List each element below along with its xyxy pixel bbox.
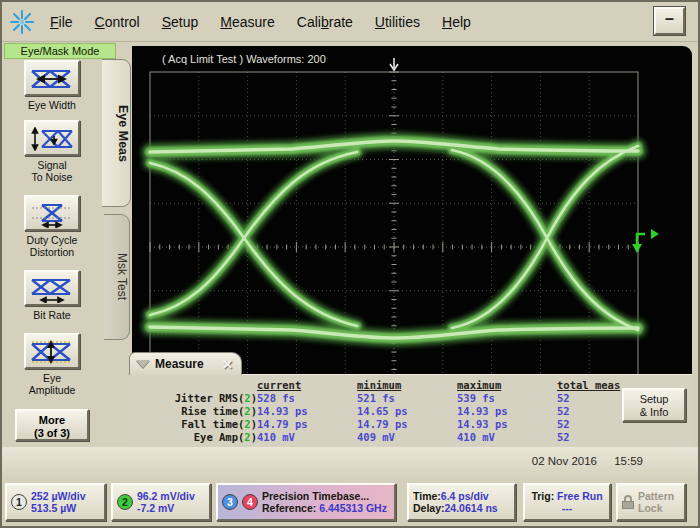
- pattern-lock-label-2: Lock: [638, 502, 663, 514]
- channel-2-button[interactable]: 2 96.2 mV/div -7.2 mV: [111, 483, 211, 521]
- row-label-rise-time: Rise time(2): [145, 405, 257, 418]
- trig-line2: ---: [562, 502, 573, 514]
- bit-rate-button[interactable]: [24, 270, 80, 306]
- delay-value: 24.0614 ns: [445, 502, 498, 514]
- trigger-level-marker-icon[interactable]: [632, 229, 659, 253]
- eyeamp-current: 410 mV: [257, 431, 357, 444]
- menu-utilities[interactable]: Utilities: [364, 14, 431, 30]
- timebase-ref-value: 6.445313 GHz: [319, 502, 387, 514]
- channel-3-badge: 3: [222, 494, 238, 510]
- tab-msk-test[interactable]: Msk Test: [104, 214, 130, 340]
- channel-2-badge: 2: [117, 494, 133, 510]
- channel-1-button[interactable]: 1 252 µW/div 513.5 µW: [5, 483, 106, 521]
- row-label-fall-time: Fall time(2): [145, 418, 257, 431]
- signal-to-noise-label-1: Signal: [2, 159, 102, 171]
- timebase-scale-button[interactable]: Time:6.4 ps/div Delay:24.0614 ns: [407, 483, 516, 521]
- lock-icon: [622, 495, 634, 509]
- trigger-position-marker: [390, 58, 398, 70]
- measure-panel-title: Measure: [155, 357, 204, 371]
- trigger-button[interactable]: Trig: Free Run ---: [523, 483, 611, 521]
- eye-amplitude-label-2: Amplitude: [2, 384, 102, 396]
- eye-amplitude-label-1: Eye: [2, 372, 102, 384]
- menu-setup[interactable]: Setup: [151, 14, 210, 30]
- rise-maximum: 14.93 ps: [457, 405, 557, 418]
- bit-rate-icon: [30, 277, 74, 303]
- eye-width-icon: [30, 67, 74, 91]
- eyeamp-maximum: 410 mV: [457, 431, 557, 444]
- eye-amplitude-button[interactable]: [24, 333, 80, 369]
- menu-help[interactable]: Help: [431, 14, 482, 30]
- eye-width-button[interactable]: [24, 60, 80, 96]
- eye-width-label: Eye Width: [2, 99, 102, 111]
- menu-measure[interactable]: Measure: [209, 14, 285, 30]
- trig-label: Trig:: [531, 490, 554, 502]
- time-value: 6.4 ps/div: [441, 490, 489, 502]
- measurement-toolbar: Eye Width Signal To Noise: [2, 60, 102, 441]
- signal-to-noise-button[interactable]: [24, 120, 80, 156]
- bottom-bar: 1 252 µW/div 513.5 µW 2 96.2 mV/div -7.2…: [2, 480, 698, 524]
- col-header-minimum: minimum: [357, 379, 457, 392]
- close-icon[interactable]: ✕: [222, 357, 233, 372]
- scope-application-window: File Control Setup Measure Calibrate Uti…: [0, 0, 700, 528]
- collapse-triangle-icon: [136, 360, 150, 368]
- duty-cycle-distortion-icon: [30, 202, 74, 228]
- menu-bar: File Control Setup Measure Calibrate Uti…: [2, 2, 698, 42]
- fall-current: 14.79 ps: [257, 418, 357, 431]
- duty-cycle-label-1: Duty Cycle: [2, 234, 102, 246]
- timebase-title: Precision Timebase...: [262, 490, 369, 502]
- signal-to-noise-label-2: To Noise: [2, 171, 102, 183]
- measure-panel: current minimum maximum total meas Jitte…: [129, 374, 692, 447]
- pattern-lock-label-1: Pattern: [638, 490, 674, 502]
- more-button[interactable]: More (3 of 3): [15, 409, 89, 441]
- rise-current: 14.93 ps: [257, 405, 357, 418]
- ch2-scale: 96.2 mV/div: [137, 490, 195, 502]
- duty-cycle-distortion-button[interactable]: [24, 195, 80, 231]
- pattern-lock-button[interactable]: Pattern Lock: [616, 483, 686, 521]
- eyeamp-total: 52: [557, 431, 687, 444]
- eyeamp-minimum: 409 mV: [357, 431, 457, 444]
- fall-minimum: 14.79 ps: [357, 418, 457, 431]
- precision-timebase-button[interactable]: 3 4 Precision Timebase... Reference: 6.4…: [216, 483, 396, 521]
- row-label-jitter-rms: Jitter RMS(2): [145, 392, 257, 405]
- trig-value: Free Run: [557, 490, 603, 502]
- ch2-offset: -7.2 mV: [137, 502, 174, 514]
- measure-panel-tab[interactable]: Measure ✕: [129, 352, 242, 375]
- ch1-scale: 252 µW/div: [31, 490, 85, 502]
- date-text: 02 Nov 2016: [532, 455, 597, 467]
- rise-minimum: 14.65 ps: [357, 405, 457, 418]
- minimize-button[interactable]: –: [654, 7, 685, 35]
- ch1-offset: 513.5 µW: [31, 502, 76, 514]
- col-header-maximum: maximum: [457, 379, 557, 392]
- menu-calibrate[interactable]: Calibrate: [286, 14, 364, 30]
- row-label-eye-amp: Eye Amp(2): [145, 431, 257, 444]
- status-strip: 02 Nov 2016 15:59: [2, 447, 698, 480]
- menu-file[interactable]: File: [39, 14, 84, 30]
- duty-cycle-label-2: Distortion: [2, 246, 102, 258]
- delay-label: Delay:: [413, 502, 445, 514]
- jitter-maximum: 539 fs: [457, 392, 557, 405]
- time-text: 15:59: [614, 455, 643, 467]
- bit-rate-label: Bit Rate: [2, 309, 102, 321]
- jitter-current: 528 fs: [257, 392, 357, 405]
- tab-eye-meas[interactable]: Eye Meas: [102, 59, 131, 207]
- time-label: Time:: [413, 490, 441, 502]
- timebase-ref-label: Reference:: [262, 502, 316, 514]
- col-header-current: current: [257, 379, 357, 392]
- jitter-minimum: 521 fs: [357, 392, 457, 405]
- agilent-logo-icon: [9, 9, 35, 35]
- setup-info-button[interactable]: Setup& Info: [622, 388, 686, 422]
- fall-maximum: 14.93 ps: [457, 418, 557, 431]
- signal-to-noise-icon: [30, 127, 74, 151]
- menu-control[interactable]: Control: [84, 14, 151, 30]
- channel-1-badge: 1: [11, 494, 27, 510]
- datetime-display: 02 Nov 2016 15:59: [532, 455, 643, 467]
- eye-amplitude-icon: [30, 340, 74, 364]
- mode-label: Eye/Mask Mode: [4, 43, 116, 59]
- channel-4-badge: 4: [242, 494, 258, 510]
